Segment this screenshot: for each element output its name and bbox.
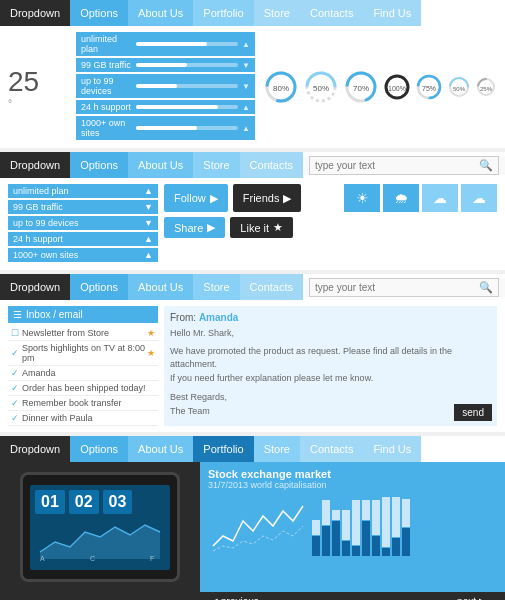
nav-dropdown-3[interactable]: Dropdown — [0, 274, 70, 300]
nav-options-1[interactable]: Options — [70, 0, 128, 26]
prev-button[interactable]: ◀ previous — [200, 592, 269, 600]
share-button[interactable]: Share ▶ — [164, 217, 225, 238]
sec2-buttons-weather: Follow ▶ Friends ▶ ☀ 🌧 ☁ ☁ Share ▶ — [164, 184, 497, 264]
sec2-info-list: unlimited plan ▲ 99 GB traffic ▼ up to 9… — [8, 184, 158, 264]
search-icon-2[interactable]: 🔍 — [479, 159, 493, 172]
svg-text:80%: 80% — [273, 84, 289, 93]
svg-text:A: A — [40, 555, 45, 562]
digit-01: 01 — [35, 490, 65, 514]
circle-50: 50% — [303, 69, 339, 105]
nav-options-4[interactable]: Options — [70, 436, 128, 462]
section4-body: 01 02 03 A C F — [0, 462, 505, 592]
next-button[interactable]: next ▶ — [447, 592, 497, 600]
nav-contacts-3[interactable]: Contacts — [240, 274, 303, 300]
section4: Dropdown Options About Us Portfolio Stor… — [0, 436, 505, 600]
sec2-row-1: unlimited plan ▲ — [8, 184, 158, 198]
svg-text:100%: 100% — [388, 85, 406, 92]
nav-store-1[interactable]: Store — [254, 0, 300, 26]
info-row-1: unlimited plan ▲ — [76, 32, 255, 56]
inbox-item-3[interactable]: ✓ Amanda — [8, 366, 158, 381]
nav-store-3[interactable]: Store — [193, 274, 239, 300]
svg-text:50%: 50% — [453, 86, 466, 92]
nav-options-3[interactable]: Options — [70, 274, 128, 300]
nav-about-2[interactable]: About Us — [128, 152, 193, 178]
search-icon-3[interactable]: 🔍 — [479, 281, 493, 294]
nav-contacts-1[interactable]: Contacts — [300, 0, 363, 26]
nav-dropdown-2[interactable]: Dropdown — [0, 152, 70, 178]
weather-cloud2: ☁ — [461, 184, 497, 212]
inbox-panel: ☰ Inbox / email ☐ Newsletter from Store … — [8, 306, 158, 426]
digit-03: 03 — [103, 490, 133, 514]
digit-row: 01 02 03 — [30, 485, 170, 517]
weather-cloudy: ☁ — [422, 184, 458, 212]
inbox-item-2[interactable]: ✓ Sports highlights on TV at 8:00 pm ★ — [8, 341, 158, 366]
inbox-item-1[interactable]: ☐ Newsletter from Store ★ — [8, 326, 158, 341]
section3: Dropdown Options About Us Store Contacts… — [0, 274, 505, 432]
tablet-panel: 01 02 03 A C F — [0, 462, 200, 592]
circle-50b: 50% — [447, 75, 471, 99]
section4-nav: ◀ previous next ▶ — [0, 592, 505, 600]
search-bar-2[interactable]: 🔍 — [309, 156, 499, 175]
nav-dropdown-4[interactable]: Dropdown — [0, 436, 70, 462]
follow-button[interactable]: Follow ▶ — [164, 184, 228, 212]
svg-marker-20 — [40, 525, 160, 559]
digit-02: 02 — [69, 490, 99, 514]
svg-text:F: F — [150, 555, 154, 562]
btn-row-2: Share ▶ Like it ★ — [164, 217, 497, 238]
info-list-1: unlimited plan ▲ 99 GB traffic ▼ up to 9… — [76, 32, 255, 142]
search-input-3[interactable] — [315, 282, 479, 293]
circle-80: 80% — [263, 69, 299, 105]
nav-about-4[interactable]: About Us — [128, 436, 193, 462]
info-row-3: up to 99 devices ▼ — [76, 74, 255, 98]
email-panel: From: Amanda Hello Mr. Shark, We have pr… — [164, 306, 497, 426]
section3-body: ☰ Inbox / email ☐ Newsletter from Store … — [0, 300, 505, 432]
nav-findus-4[interactable]: Find Us — [363, 436, 421, 462]
sec2-row-3: up to 99 devices ▼ — [8, 216, 158, 230]
email-from: From: Amanda — [170, 312, 491, 323]
sec2-row-2: 99 GB traffic ▼ — [8, 200, 158, 214]
nav-about-3[interactable]: About Us — [128, 274, 193, 300]
nav-about-1[interactable]: About Us — [128, 0, 193, 26]
nav-store-4[interactable]: Store — [254, 436, 300, 462]
email-body: Hello Mr. Shark, We have promoted the pr… — [170, 327, 491, 418]
nav-portfolio-1[interactable]: Portfolio — [193, 0, 253, 26]
inbox-item-5[interactable]: ✓ Remember book transfer — [8, 396, 158, 411]
search-input-2[interactable] — [315, 160, 479, 171]
info-row-5: 1000+ own sites ▲ — [76, 116, 255, 140]
info-row-4: 24 h support ▲ — [76, 100, 255, 114]
send-button[interactable]: send — [454, 404, 492, 421]
sec2-row-5: 1000+ own sites ▲ — [8, 248, 158, 262]
nav-store-2[interactable]: Store — [193, 152, 239, 178]
svg-text:25%: 25% — [480, 86, 493, 92]
svg-text:50%: 50% — [313, 84, 329, 93]
friends-button[interactable]: Friends ▶ — [233, 184, 302, 212]
bar-chart — [312, 496, 410, 556]
svg-text:C: C — [90, 555, 95, 562]
nav-options-2[interactable]: Options — [70, 152, 128, 178]
likeit-button[interactable]: Like it ★ — [230, 217, 293, 238]
circle-25: 25% — [475, 76, 497, 98]
temperature-box: 25 ° — [8, 66, 68, 109]
sec2-row-4: 24 h support ▲ — [8, 232, 158, 246]
nav-bar-1: Dropdown Options About Us Portfolio Stor… — [0, 0, 505, 26]
weather-rainy: 🌧 — [383, 184, 419, 212]
section1: Dropdown Options About Us Portfolio Stor… — [0, 0, 505, 148]
temperature-unit: ° — [8, 98, 68, 109]
circles-row: 80% 50% 70% — [263, 69, 497, 105]
inbox-item-6[interactable]: ✓ Dinner with Paula — [8, 411, 158, 426]
nav-contacts-4[interactable]: Contacts — [300, 436, 363, 462]
weather-icons: ☀ 🌧 ☁ ☁ — [344, 184, 497, 212]
stock-sub: 31/7/2013 world capitalisation — [208, 480, 497, 490]
nav-dropdown-1[interactable]: Dropdown — [0, 0, 70, 26]
inbox-item-4[interactable]: ✓ Order has been shipped today! — [8, 381, 158, 396]
nav-bar-2: Dropdown Options About Us Store Contacts… — [0, 152, 505, 178]
tablet-screen: 01 02 03 A C F — [30, 485, 170, 570]
nav-contacts-2[interactable]: Contacts — [240, 152, 303, 178]
circle-75: 75% — [415, 73, 443, 101]
circle-100: 100% — [383, 73, 411, 101]
search-bar-3[interactable]: 🔍 — [309, 278, 499, 297]
nav-findus-1[interactable]: Find Us — [363, 0, 421, 26]
section1-content: 25 ° unlimited plan ▲ 99 GB traffic ▼ up… — [0, 26, 505, 148]
nav-portfolio-4[interactable]: Portfolio — [193, 436, 253, 462]
tablet-chart: A C F — [30, 517, 170, 562]
